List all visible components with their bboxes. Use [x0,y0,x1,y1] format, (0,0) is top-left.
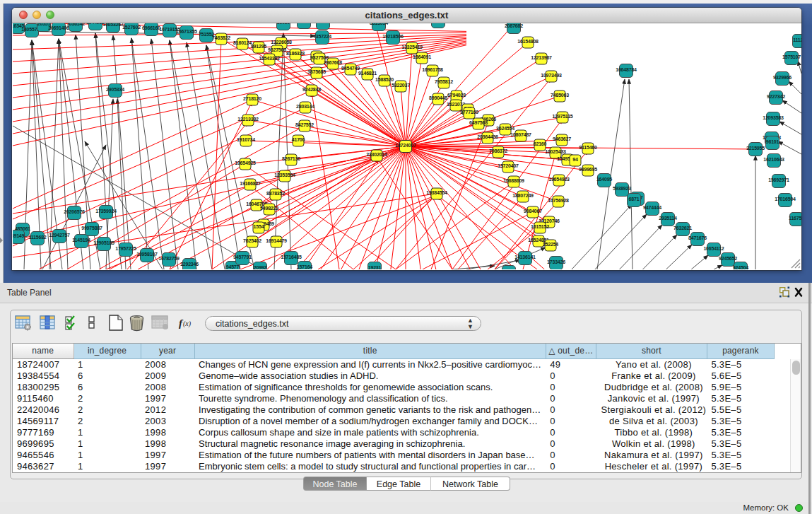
svg-text:2803144: 2803144 [296,104,314,109]
svg-text:9329966: 9329966 [773,75,792,80]
svg-text:2718120: 2718120 [243,96,261,101]
svg-text:10025433: 10025433 [545,149,566,154]
svg-text:20206576: 20206576 [64,209,85,214]
svg-text:10807487: 10807487 [510,132,531,137]
svg-text:6966160: 6966160 [142,25,160,30]
svg-text:9474444: 9474444 [643,205,661,210]
svg-text:13325419: 13325419 [401,45,423,49]
svg-text:6871: 6871 [629,197,640,201]
svg-text:3624554: 3624554 [496,126,514,131]
svg-text:16671355: 16671355 [176,29,197,34]
svg-text:7955812: 7955812 [435,79,453,84]
svg-text:16210643: 16210643 [763,157,784,162]
svg-text:9777169: 9777169 [460,110,478,115]
svg-text:7357224: 7357224 [313,34,331,39]
svg-text:5938923: 5938923 [613,186,631,191]
svg-text:1036142: 1036142 [66,23,85,26]
svg-text:20691406: 20691406 [48,25,69,30]
svg-text:9115460: 9115460 [579,145,597,150]
svg-text:10654925: 10654925 [235,160,256,165]
svg-text:17016504: 17016504 [775,197,796,201]
svg-text:99975887: 99975887 [81,226,102,230]
svg-text:2905334: 2905334 [106,87,124,92]
svg-text:6794028: 6794028 [447,93,466,98]
svg-text:5498222: 5498222 [260,206,278,211]
svg-text:16154808: 16154808 [517,39,539,44]
svg-text:8471676: 8471676 [688,235,707,240]
svg-text:16782759: 16782759 [158,256,180,261]
svg-text:8454749: 8454749 [341,66,360,71]
svg-text:19231: 19231 [368,265,382,269]
svg-text:19384554: 19384554 [426,190,447,195]
svg-text:7632621: 7632621 [673,226,692,230]
svg-text:1115682: 1115682 [28,235,46,240]
svg-text:16543382: 16543382 [259,56,280,61]
svg-text:10973493: 10973493 [541,73,562,78]
svg-text:19218506: 19218506 [382,34,404,39]
svg-text:15720407: 15720407 [498,163,519,168]
svg-text:12213382: 12213382 [237,117,259,122]
svg-text:9457791: 9457791 [233,255,252,259]
svg-text:9327503: 9327503 [268,47,286,52]
svg-text:12213967: 12213967 [531,55,552,60]
svg-text:9327508: 9327508 [310,55,329,60]
svg-text:2087682: 2087682 [505,23,523,28]
svg-text:17359924: 17359924 [95,209,117,214]
svg-text:16039: 16039 [277,23,290,25]
svg-text:8267130: 8267130 [282,156,300,161]
svg-text:1733426: 1733426 [547,259,565,264]
svg-text:96101: 96101 [766,139,779,144]
svg-text:3875685: 3875685 [307,69,326,74]
svg-text:9245652: 9245652 [719,256,737,261]
svg-text:9899695: 9899695 [579,167,597,172]
svg-text:1292346: 1292346 [180,262,199,267]
svg-text:1527602: 1527602 [122,25,141,30]
svg-text:10688609: 10688609 [503,178,524,183]
svg-text:94: 94 [572,157,578,162]
svg-text:1910734: 1910734 [237,137,255,142]
svg-text:3215955: 3215955 [746,146,765,151]
svg-text:8160124: 8160124 [233,40,252,45]
svg-text:10653267: 10653267 [102,23,124,27]
svg-text:19166827: 19166827 [240,181,261,186]
svg-text:1615152: 1615152 [531,224,549,229]
svg-text:20992: 20992 [254,265,267,269]
svg-text:891295: 891295 [251,44,266,49]
svg-text:252254: 252254 [543,242,558,247]
svg-text:12942757: 12942757 [49,233,70,238]
svg-text:12093583: 12093583 [763,115,784,120]
svg-text:41700: 41700 [292,137,305,142]
svg-text:94577: 94577 [226,264,240,269]
svg-text:9227342: 9227342 [767,94,785,99]
svg-text:62160: 62160 [534,141,547,146]
svg-text:12975115: 12975115 [552,114,572,119]
svg-text:10654112: 10654112 [703,246,724,251]
svg-text:39149: 39149 [13,233,25,238]
svg-text:7485063: 7485063 [551,93,569,98]
svg-text:9242848: 9242848 [302,87,321,92]
svg-text:12353594: 12353594 [274,173,295,177]
svg-text:9146821: 9146821 [358,71,377,76]
svg-text:9607: 9607 [318,23,329,24]
svg-text:(x): (x) [183,320,192,328]
svg-text:7625402: 7625402 [243,238,261,243]
svg-text:164095: 164095 [596,177,612,182]
svg-text:157164: 157164 [297,264,312,269]
svg-text:1588520: 1588520 [375,77,394,82]
svg-text:13226058: 13226058 [271,40,292,45]
svg-text:8990448: 8990448 [429,95,447,100]
svg-text:8813054: 8813054 [370,23,388,25]
svg-text:8878352: 8878352 [266,191,285,196]
svg-text:1554: 1554 [254,224,264,229]
svg-text:5322037: 5322037 [392,83,410,88]
svg-text:10756928: 10756928 [548,198,569,203]
svg-text:16961758: 16961758 [422,67,443,72]
svg-text:6497568: 6497568 [469,120,488,125]
svg-text:15716485: 15716485 [281,255,302,259]
svg-text:10958107: 10958107 [136,252,158,257]
svg-text:16914479: 16914479 [266,238,287,243]
svg-text:8186328: 8186328 [286,51,305,56]
svg-text:14136141: 14136141 [514,255,536,259]
svg-text:18807249: 18807249 [512,193,534,198]
svg-text:1145194: 1145194 [72,238,90,243]
